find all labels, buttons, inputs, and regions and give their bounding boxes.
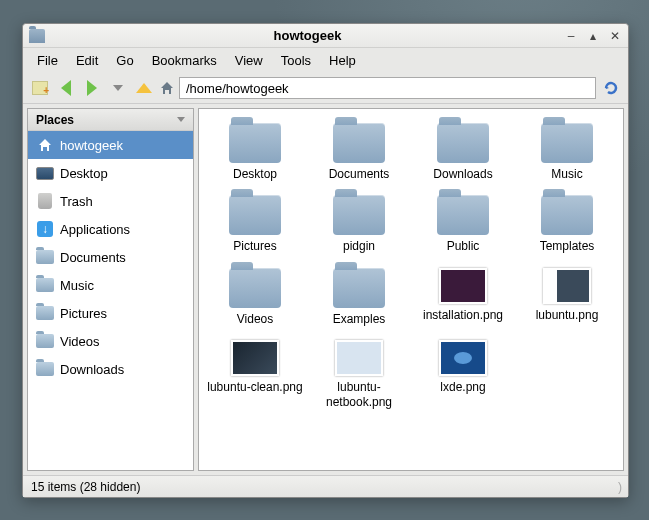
sidebar-item-label: howtogeek (60, 138, 123, 153)
image-thumbnail (543, 268, 591, 304)
folder-icon (333, 123, 385, 163)
menu-go[interactable]: Go (108, 51, 141, 70)
folder-icon (36, 306, 54, 320)
file-item[interactable]: Videos (205, 264, 305, 330)
file-label: pidgin (343, 239, 375, 253)
titlebar[interactable]: howtogeek – ▴ ✕ (23, 24, 628, 48)
folder-icon (229, 268, 281, 308)
sidebar-item-label: Videos (60, 334, 100, 349)
sidebar: Places howtogeekDesktopTrash↓Application… (27, 108, 194, 471)
window-title: howtogeek (51, 28, 564, 43)
file-label: lubuntu-clean.png (207, 380, 302, 394)
sidebar-item-label: Trash (60, 194, 93, 209)
file-item[interactable]: Desktop (205, 119, 305, 185)
sidebar-item-label: Music (60, 278, 94, 293)
folder-icon (36, 278, 54, 292)
image-thumbnail (335, 340, 383, 376)
sidebar-item[interactable]: Trash (28, 187, 193, 215)
image-thumbnail (439, 340, 487, 376)
sidebar-list: howtogeekDesktopTrash↓ApplicationsDocume… (28, 131, 193, 470)
file-label: Examples (333, 312, 386, 326)
folder-icon (36, 250, 54, 264)
file-label: Videos (237, 312, 273, 326)
menu-file[interactable]: File (29, 51, 66, 70)
file-item[interactable]: pidgin (309, 191, 409, 257)
folder-icon (29, 29, 45, 43)
folder-icon (229, 195, 281, 235)
home-icon (36, 136, 54, 154)
chevron-down-icon (113, 85, 123, 91)
folder-icon (229, 123, 281, 163)
icon-pane[interactable]: DesktopDocumentsDownloadsMusicPicturespi… (198, 108, 624, 471)
file-item[interactable]: lubuntu-clean.png (205, 336, 305, 413)
sidebar-item[interactable]: howtogeek (28, 131, 193, 159)
folder-icon (36, 334, 54, 348)
history-dropdown[interactable] (107, 77, 129, 99)
file-label: Documents (329, 167, 390, 181)
icon-grid: DesktopDocumentsDownloadsMusicPicturespi… (205, 119, 617, 413)
new-tab-icon (32, 81, 48, 95)
menu-tools[interactable]: Tools (273, 51, 319, 70)
toolbar (23, 73, 628, 103)
minimize-button[interactable]: – (564, 29, 578, 43)
close-button[interactable]: ✕ (608, 29, 622, 43)
file-item[interactable]: lxde.png (413, 336, 513, 413)
arrow-up-icon (136, 83, 152, 93)
file-item[interactable]: lubuntu.png (517, 264, 617, 330)
back-button[interactable] (55, 77, 77, 99)
sidebar-item[interactable]: Videos (28, 327, 193, 355)
content-area: Places howtogeekDesktopTrash↓Application… (23, 103, 628, 475)
menu-help[interactable]: Help (321, 51, 364, 70)
sidebar-item-label: Documents (60, 250, 126, 265)
image-thumbnail (231, 340, 279, 376)
sidebar-item[interactable]: Downloads (28, 355, 193, 383)
status-text: 15 items (28 hidden) (31, 480, 140, 494)
file-item[interactable]: installation.png (413, 264, 513, 330)
sidebar-header[interactable]: Places (28, 109, 193, 131)
file-item[interactable]: Music (517, 119, 617, 185)
file-label: Desktop (233, 167, 277, 181)
menu-edit[interactable]: Edit (68, 51, 106, 70)
reload-icon (602, 79, 620, 97)
sidebar-header-label: Places (36, 113, 74, 127)
folder-icon (36, 362, 54, 376)
file-label: lubuntu-netbook.png (311, 380, 407, 409)
sidebar-item-label: Downloads (60, 362, 124, 377)
arrow-right-icon (87, 80, 97, 96)
menubar: File Edit Go Bookmarks View Tools Help (23, 48, 628, 73)
resize-grip[interactable]: ) (618, 480, 620, 494)
file-label: Music (551, 167, 582, 181)
sidebar-item[interactable]: Desktop (28, 159, 193, 187)
menu-bookmarks[interactable]: Bookmarks (144, 51, 225, 70)
file-item[interactable]: lubuntu-netbook.png (309, 336, 409, 413)
trash-icon (38, 193, 52, 209)
desktop-icon (36, 167, 54, 180)
image-thumbnail (439, 268, 487, 304)
sidebar-item[interactable]: Music (28, 271, 193, 299)
maximize-button[interactable]: ▴ (586, 29, 600, 43)
arrow-left-icon (61, 80, 71, 96)
file-label: Templates (540, 239, 595, 253)
forward-button[interactable] (81, 77, 103, 99)
file-item[interactable]: Examples (309, 264, 409, 330)
sidebar-item[interactable]: Pictures (28, 299, 193, 327)
file-item[interactable]: Documents (309, 119, 409, 185)
file-item[interactable]: Templates (517, 191, 617, 257)
path-input[interactable] (179, 77, 596, 99)
file-item[interactable]: Pictures (205, 191, 305, 257)
go-button[interactable] (600, 77, 622, 99)
up-button[interactable] (133, 77, 155, 99)
folder-icon (333, 268, 385, 308)
file-item[interactable]: Public (413, 191, 513, 257)
menu-view[interactable]: View (227, 51, 271, 70)
new-tab-button[interactable] (29, 77, 51, 99)
home-icon (159, 80, 175, 96)
file-item[interactable]: Downloads (413, 119, 513, 185)
home-button[interactable] (159, 81, 175, 95)
applications-icon: ↓ (37, 221, 53, 237)
file-manager-window: howtogeek – ▴ ✕ File Edit Go Bookmarks V… (22, 23, 629, 498)
sidebar-item[interactable]: Documents (28, 243, 193, 271)
folder-icon (541, 195, 593, 235)
sidebar-item[interactable]: ↓Applications (28, 215, 193, 243)
folder-icon (437, 195, 489, 235)
